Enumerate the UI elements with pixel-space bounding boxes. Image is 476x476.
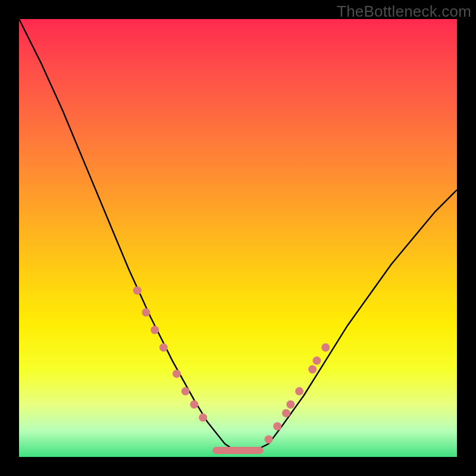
curve-marker-dot <box>199 414 207 422</box>
curve-marker-dot <box>142 308 150 317</box>
curve-layer <box>19 19 457 457</box>
curve-marker-dot <box>273 422 281 430</box>
curve-marker-dot <box>295 387 303 396</box>
curve-marker-dot <box>286 400 295 409</box>
curve-marker-dot <box>321 343 330 352</box>
curve-marker-dot <box>190 400 198 409</box>
curve-marker-dot <box>173 369 181 378</box>
curve-marker-dot <box>282 409 290 417</box>
curve-marker-dot <box>151 326 159 334</box>
plot-area <box>19 19 457 457</box>
curve-marker-dot <box>133 286 142 295</box>
curve-marker-dot <box>181 387 190 396</box>
curve-marker-dot <box>159 343 168 352</box>
curve-markers <box>133 286 330 443</box>
curve-marker-dot <box>308 365 317 374</box>
chart-frame: TheBottleneck.com <box>0 0 476 476</box>
curve-marker-dot <box>312 356 321 365</box>
watermark-text: TheBottleneck.com <box>337 2 471 21</box>
curve-marker-dot <box>265 436 273 444</box>
bottleneck-curve <box>19 19 457 453</box>
